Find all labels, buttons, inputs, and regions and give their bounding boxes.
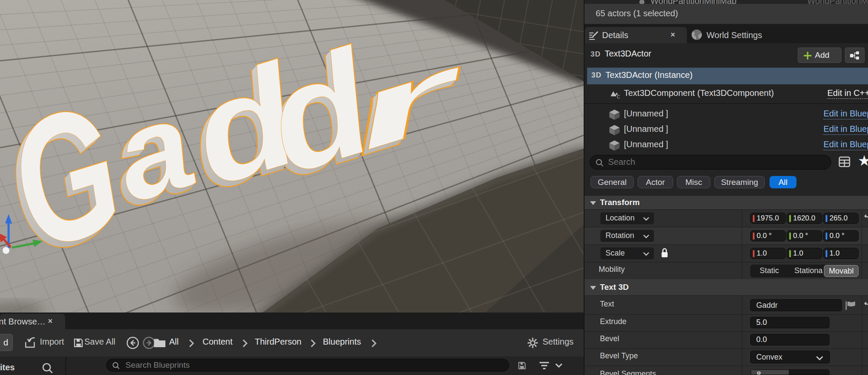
svg-text:C: C (617, 95, 620, 99)
